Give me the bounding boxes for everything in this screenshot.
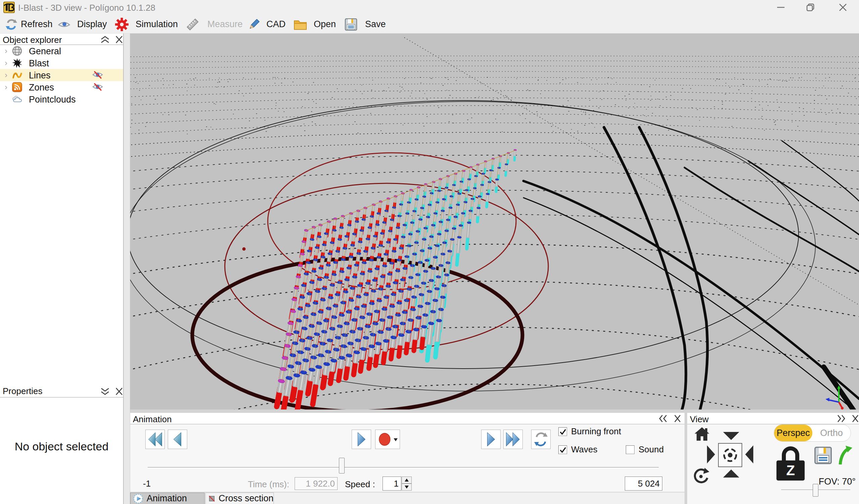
bottom-tab-bar: Animation Cross section <box>130 492 684 504</box>
stepper-down-button[interactable] <box>402 484 412 491</box>
panel-divider <box>684 413 687 504</box>
tree-item-general[interactable]: › General <box>0 45 123 57</box>
perspective-button[interactable]: Perspec <box>774 425 812 441</box>
cad-button[interactable]: CAD <box>267 19 286 30</box>
speed-input[interactable]: 1 <box>382 476 401 491</box>
pan-left-icon[interactable] <box>745 445 754 464</box>
record-dropdown-icon <box>394 438 397 441</box>
refresh-button[interactable]: Refresh <box>21 19 53 30</box>
pan-right-icon[interactable] <box>707 445 715 464</box>
blast-icon <box>12 58 22 68</box>
tree-item-zones[interactable]: › Zones <box>0 81 123 93</box>
save-icon[interactable] <box>345 18 357 31</box>
simulation-button[interactable]: Simulation <box>136 19 178 30</box>
cloud-icon <box>12 94 22 104</box>
projection-toggle: Perspec Ortho <box>774 424 851 442</box>
play-button[interactable] <box>352 430 371 449</box>
folder-icon[interactable] <box>293 18 307 31</box>
lines-icon <box>12 70 22 80</box>
expand-chevron-icon[interactable]: › <box>5 70 7 80</box>
display-button[interactable]: Display <box>77 19 107 30</box>
open-button[interactable]: Open <box>314 19 336 30</box>
timeline-handle[interactable] <box>339 458 345 473</box>
viewport-3d[interactable] <box>130 33 859 409</box>
cross-section-icon <box>208 494 215 503</box>
no-object-message: No object selected <box>0 440 123 453</box>
collapse-down-icon[interactable] <box>99 387 111 396</box>
tab-animation[interactable]: Animation <box>130 493 205 504</box>
expand-chevron-icon[interactable]: › <box>5 58 7 68</box>
timeline-track[interactable] <box>148 467 659 468</box>
minimize-button[interactable] <box>773 1 788 14</box>
visibility-off-icon[interactable] <box>92 82 103 92</box>
view-title: View <box>690 414 709 425</box>
burning-front-checkbox[interactable]: Burning front <box>558 426 621 437</box>
tab-cross-section[interactable]: Cross section <box>205 493 274 504</box>
restore-view-icon[interactable] <box>838 445 852 465</box>
refresh-icon[interactable] <box>5 18 18 31</box>
checkbox-label: Burning front <box>571 426 621 437</box>
close-panel-icon[interactable] <box>114 35 125 44</box>
timeline-min-label: -1 <box>143 478 151 489</box>
tree-item-label: Lines <box>29 70 51 81</box>
record-button[interactable] <box>375 430 400 449</box>
step-back-button[interactable] <box>168 430 187 449</box>
view-panel: View Perspec Ortho Z <box>687 413 859 504</box>
center-view-icon[interactable] <box>718 443 742 467</box>
collapse-left-icon[interactable] <box>658 414 669 423</box>
close-panel-icon[interactable] <box>672 414 683 423</box>
animation-title: Animation <box>133 414 172 425</box>
pan-down-icon[interactable] <box>723 431 740 440</box>
home-view-icon[interactable] <box>694 426 710 441</box>
lock-z-letter: Z <box>786 462 795 478</box>
eye-icon[interactable] <box>58 18 71 31</box>
replay-button[interactable] <box>531 430 551 449</box>
ruler-icon <box>186 18 199 31</box>
tree-item-label: Pointclouds <box>29 95 76 105</box>
frame-input[interactable]: 5 024 <box>625 476 662 491</box>
tree-item-label: General <box>29 46 61 57</box>
lock-z-icon[interactable]: Z <box>777 446 805 481</box>
time-input[interactable]: 1 922.0 <box>295 477 337 490</box>
rewind-button[interactable] <box>145 430 165 449</box>
checkbox-box <box>558 427 567 436</box>
tree-item-label: Zones <box>29 82 54 93</box>
tree-item-label: Blast <box>29 58 49 69</box>
close-panel-icon[interactable] <box>114 387 125 396</box>
time-label: Time (ms): <box>231 479 289 490</box>
expand-chevron-icon[interactable]: › <box>5 46 7 56</box>
stepper-up-button[interactable] <box>402 476 412 484</box>
title-bar: I-Blast - 3D view - Polígono 10.1.28 <box>0 0 859 15</box>
panel-splitter[interactable] <box>123 33 130 504</box>
toolbar: Refresh Display Simulation Measure CAD <box>0 15 859 33</box>
save-view-icon[interactable] <box>814 446 832 464</box>
blast-scene <box>130 33 859 409</box>
ortho-button[interactable]: Ortho <box>812 425 850 441</box>
speed-label: Speed : <box>345 479 375 490</box>
fast-forward-button[interactable] <box>503 430 523 449</box>
checkbox-box <box>626 445 634 454</box>
app-logo-icon <box>3 2 15 13</box>
speed-value: 1 <box>394 478 398 489</box>
tree-item-pointclouds[interactable]: Pointclouds <box>0 93 123 105</box>
collapse-right-icon[interactable] <box>836 414 847 423</box>
expand-chevron-icon[interactable]: › <box>5 82 7 92</box>
pencil-icon[interactable] <box>247 18 260 31</box>
play-fast-button[interactable] <box>481 430 501 449</box>
fov-slider-handle[interactable] <box>813 484 818 497</box>
close-button[interactable] <box>835 1 850 14</box>
restore-button[interactable] <box>803 1 818 14</box>
waves-checkbox[interactable]: Waves <box>558 444 598 455</box>
rotate-view-icon[interactable] <box>693 467 709 484</box>
horizontal-splitter[interactable] <box>130 409 859 413</box>
visibility-off-icon[interactable] <box>92 70 103 80</box>
save-button[interactable]: Save <box>365 19 386 30</box>
time-value: 1 922.0 <box>306 478 335 489</box>
tree-item-lines[interactable]: › Lines <box>0 69 123 81</box>
collapse-up-icon[interactable] <box>99 35 111 44</box>
pan-up-icon[interactable] <box>723 469 740 478</box>
gear-icon[interactable] <box>115 17 129 32</box>
close-panel-icon[interactable] <box>849 414 859 423</box>
sound-checkbox[interactable]: Sound <box>626 444 664 455</box>
tree-item-blast[interactable]: › Blast <box>0 57 123 69</box>
